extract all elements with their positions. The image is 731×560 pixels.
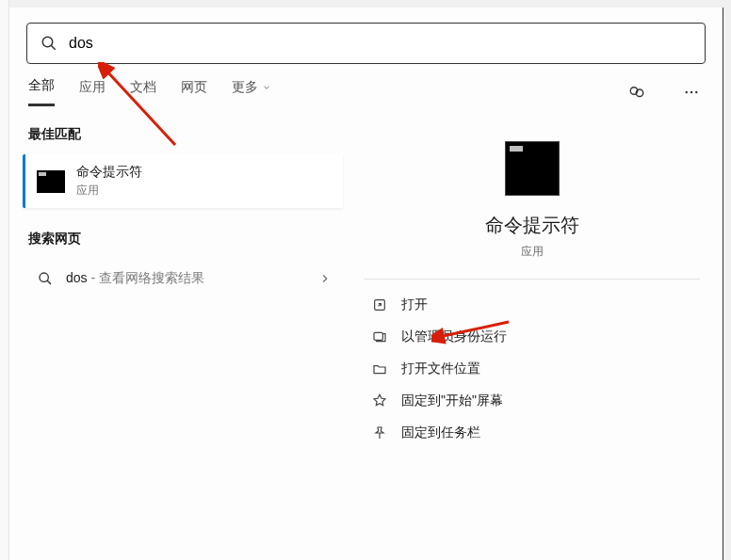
web-search-result[interactable]: dos - 查看网络搜索结果 xyxy=(23,259,343,298)
svg-point-0 xyxy=(42,37,53,47)
cmd-large-icon xyxy=(505,141,560,196)
results-column: 最佳匹配 命令提示符 应用 搜索网页 dos - 查看网络搜索结果 xyxy=(23,126,343,449)
pin-icon xyxy=(371,424,388,441)
best-match-heading: 最佳匹配 xyxy=(28,126,337,143)
best-match-subtitle: 应用 xyxy=(76,183,142,199)
open-icon xyxy=(371,296,388,313)
search-box[interactable] xyxy=(26,23,706,64)
more-options-button[interactable] xyxy=(679,80,704,104)
svg-point-6 xyxy=(695,90,697,92)
chevron-right-icon xyxy=(318,272,332,285)
left-edge-bar xyxy=(0,0,9,560)
action-open-label: 打开 xyxy=(401,296,428,313)
search-input[interactable] xyxy=(57,35,691,52)
content-area: 最佳匹配 命令提示符 应用 搜索网页 dos - 查看网络搜索结果 xyxy=(9,107,723,449)
svg-line-8 xyxy=(47,280,51,284)
folder-icon xyxy=(371,360,388,377)
ellipsis-icon xyxy=(683,84,700,101)
tab-apps[interactable]: 应用 xyxy=(79,79,106,105)
search-flyout: 全部 应用 文档 网页 更多 最佳匹配 命令提示符 xyxy=(9,8,723,560)
action-pin-start[interactable]: 固定到"开始"屏幕 xyxy=(364,385,700,417)
tab-all[interactable]: 全部 xyxy=(28,77,55,106)
tab-docs[interactable]: 文档 xyxy=(130,79,156,105)
action-open[interactable]: 打开 xyxy=(364,289,700,321)
tab-more-label: 更多 xyxy=(232,79,258,96)
web-term: dos xyxy=(66,270,88,285)
web-heading: 搜索网页 xyxy=(28,231,337,248)
best-match-result[interactable]: 命令提示符 应用 xyxy=(23,154,343,208)
svg-rect-10 xyxy=(374,332,382,340)
cmd-icon xyxy=(37,170,65,193)
tab-web[interactable]: 网页 xyxy=(181,79,207,105)
detail-column: 命令提示符 应用 打开 以管理员身份运行 xyxy=(354,126,709,449)
feedback-button[interactable] xyxy=(625,80,649,104)
feedback-icon xyxy=(628,84,645,101)
svg-point-4 xyxy=(686,90,688,92)
action-open-location[interactable]: 打开文件位置 xyxy=(364,353,700,385)
search-icon xyxy=(41,35,57,52)
chevron-down-icon xyxy=(262,83,271,92)
svg-line-1 xyxy=(51,45,56,50)
detail-subtitle: 应用 xyxy=(521,244,544,260)
action-pin-taskbar-label: 固定到任务栏 xyxy=(401,424,480,441)
tab-more[interactable]: 更多 xyxy=(232,79,271,105)
action-run-as-admin[interactable]: 以管理员身份运行 xyxy=(364,321,700,353)
tabs-bar: 全部 应用 文档 网页 更多 xyxy=(9,64,723,107)
action-pin-taskbar[interactable]: 固定到任务栏 xyxy=(364,417,700,449)
best-match-title: 命令提示符 xyxy=(76,164,142,181)
search-icon xyxy=(38,271,53,286)
best-match-text: 命令提示符 应用 xyxy=(76,164,142,199)
search-container xyxy=(9,8,723,64)
shield-icon xyxy=(371,328,388,345)
action-admin-label: 以管理员身份运行 xyxy=(401,328,507,345)
pin-icon xyxy=(371,392,388,409)
detail-actions: 打开 以管理员身份运行 打开文件位置 xyxy=(364,280,700,449)
action-location-label: 打开文件位置 xyxy=(401,360,480,377)
svg-point-7 xyxy=(40,273,48,281)
web-suffix: - 查看网络搜索结果 xyxy=(88,270,204,285)
svg-point-5 xyxy=(690,90,692,92)
action-pin-start-label: 固定到"开始"屏幕 xyxy=(401,392,503,409)
web-result-text: dos - 查看网络搜索结果 xyxy=(66,270,318,287)
detail-title: 命令提示符 xyxy=(485,213,579,238)
detail-hero: 命令提示符 应用 xyxy=(364,126,700,280)
